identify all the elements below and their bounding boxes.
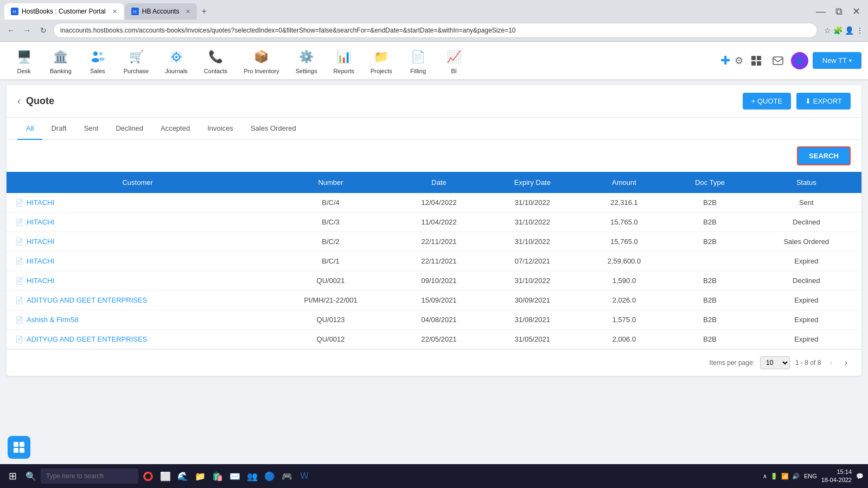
table-row[interactable]: 📄 Ashish & Firm58 QU/0123 04/08/2021 31/… [7, 310, 861, 330]
tab-sent[interactable]: Sent [75, 118, 107, 140]
cell-amount: 2,026.0 [579, 291, 668, 310]
tab-hostbooks-portal[interactable]: H HostBooks : Customer Portal ✕ [4, 3, 124, 20]
svg-rect-13 [751, 61, 756, 66]
banking-icon: 🏛️ [51, 47, 71, 67]
tab-draft[interactable]: Draft [42, 118, 75, 140]
cell-number: QU/0012 [269, 330, 393, 349]
url-bar[interactable] [53, 23, 818, 38]
customer-link[interactable]: 📄 HITACHI [15, 198, 260, 207]
forward-navigation-button[interactable]: → [21, 24, 34, 37]
tab-declined[interactable]: Declined [107, 118, 152, 140]
cell-doc-type: B2B [668, 232, 751, 252]
cell-amount: 2,006.0 [579, 330, 668, 349]
cell-customer[interactable]: 📄 ADITYUG AND GEET ENTERPRISES [7, 291, 269, 310]
cell-amount: 15,765.0 [579, 232, 668, 252]
export-button[interactable]: ⬇ EXPORT [796, 93, 851, 110]
minimize-button[interactable]: — [813, 6, 829, 17]
table-row[interactable]: 📄 HITACHI B/C/4 12/04/2022 31/10/2022 22… [7, 193, 861, 213]
add-button[interactable]: ✚ [720, 54, 730, 68]
table-row[interactable]: 📄 ADITYUG AND GEET ENTERPRISES PI/MH/21-… [7, 291, 861, 310]
nav-sales[interactable]: Sales [80, 43, 115, 79]
settings-action-icon[interactable]: ⚙ [735, 55, 743, 67]
bookmark-button[interactable]: ☆ [824, 26, 831, 35]
tab-label-2: HB Accounts [142, 8, 180, 15]
nav-filling[interactable]: 📄 Filling [401, 43, 436, 79]
tab-accepted[interactable]: Accepted [152, 118, 199, 140]
cell-number: B/C/3 [269, 213, 393, 232]
profile-nav-icon[interactable]: 👤 [791, 52, 808, 69]
table-row[interactable]: 📄 HITACHI B/C/3 11/04/2022 31/10/2022 15… [7, 213, 861, 232]
next-page-button[interactable]: › [841, 357, 851, 369]
cell-expiry-date: 31/10/2022 [485, 213, 579, 232]
doc-icon: 📄 [15, 219, 23, 226]
nav-projects[interactable]: 📁 Projects [363, 43, 400, 79]
close-button[interactable]: ✕ [849, 5, 864, 17]
tab-all[interactable]: All [17, 118, 42, 140]
page-title: Quote [26, 95, 743, 107]
customer-link[interactable]: 📄 ADITYUG AND GEET ENTERPRISES [15, 296, 260, 304]
cell-date: 22/11/2021 [393, 252, 485, 271]
items-per-page-label: Items per page: [710, 359, 755, 367]
customer-link[interactable]: 📄 HITACHI [15, 257, 260, 265]
prev-page-button[interactable]: ‹ [826, 357, 835, 369]
restore-button[interactable]: ⧉ [832, 6, 846, 17]
new-tab-button[interactable]: + [199, 7, 208, 16]
new-dropdown-arrow: ▾ [849, 57, 852, 63]
customer-link[interactable]: 📄 Ashish & Firm58 [15, 316, 260, 324]
tab-hb-accounts[interactable]: H HB Accounts ✕ [125, 3, 197, 20]
cell-customer[interactable]: 📄 HITACHI [7, 213, 269, 232]
tab-close-1[interactable]: ✕ [112, 8, 117, 15]
cell-customer[interactable]: 📄 HITACHI [7, 271, 269, 291]
nav-settings[interactable]: ⚙️ Settings [288, 43, 325, 79]
nav-journals[interactable]: Journals [157, 43, 195, 79]
cell-amount: 22,316.1 [579, 193, 668, 213]
notification-icon[interactable] [769, 52, 787, 69]
customer-link[interactable]: 📄 HITACHI [15, 218, 260, 226]
menu-button[interactable]: ⋮ [856, 26, 864, 35]
cell-customer[interactable]: 📄 HITACHI [7, 232, 269, 252]
search-area: SEARCH [7, 140, 861, 172]
quotes-table: Customer Number Date Expiry Date Amount … [7, 172, 861, 349]
customer-link[interactable]: 📄 ADITYUG AND GEET ENTERPRISES [15, 335, 260, 343]
back-button[interactable]: ‹ [17, 95, 21, 107]
table-row[interactable]: 📄 HITACHI B/C/2 22/11/2021 31/10/2022 15… [7, 232, 861, 252]
extensions-button[interactable]: 🧩 [833, 26, 843, 35]
nav-contacts[interactable]: 📞 Contacts [196, 43, 235, 79]
per-page-select[interactable]: 10 25 50 100 [760, 356, 790, 369]
refresh-button[interactable]: ↻ [37, 24, 50, 37]
settings-icon: ⚙️ [297, 47, 316, 67]
cell-customer[interactable]: 📄 HITACHI [7, 193, 269, 213]
nav-contacts-label: Contacts [204, 68, 227, 74]
tab-sales-ordered[interactable]: Sales Ordered [242, 118, 305, 140]
customer-link[interactable]: 📄 HITACHI [15, 237, 260, 246]
nav-bi-label: BI [451, 68, 457, 74]
profile-button[interactable]: 👤 [845, 26, 854, 35]
cell-status: Declined [751, 271, 861, 291]
table-row[interactable]: 📄 HITACHI QU/0021 09/10/2021 31/10/2022 … [7, 271, 861, 291]
customer-link[interactable]: 📄 HITACHI [15, 277, 260, 285]
grid-icon[interactable] [748, 52, 765, 69]
table-row[interactable]: 📄 HITACHI B/C/1 22/11/2021 07/12/2021 2,… [7, 252, 861, 271]
nav-pro-inventory[interactable]: 📦 Pro Inventory [236, 43, 286, 79]
table-row[interactable]: 📄 ADITYUG AND GEET ENTERPRISES QU/0012 2… [7, 330, 861, 349]
new-dropdown-button[interactable]: New TT ▾ [813, 52, 861, 69]
desk-icon: 🖥️ [14, 47, 34, 67]
nav-reports[interactable]: 📊 Reports [326, 43, 362, 79]
cell-date: 22/05/2021 [393, 330, 485, 349]
cell-customer[interactable]: 📄 ADITYUG AND GEET ENTERPRISES [7, 330, 269, 349]
nav-desk[interactable]: 🖥️ Desk [7, 43, 41, 79]
nav-purchase[interactable]: 🛒 Purchase [116, 43, 156, 79]
cell-customer[interactable]: 📄 Ashish & Firm58 [7, 310, 269, 330]
cell-customer[interactable]: 📄 HITACHI [7, 252, 269, 271]
nav-banking[interactable]: 🏛️ Banking [42, 43, 79, 79]
cell-number: PI/MH/21-22/001 [269, 291, 393, 310]
tab-close-2[interactable]: ✕ [186, 8, 190, 15]
tab-invoices[interactable]: Invoices [199, 118, 242, 140]
back-navigation-button[interactable]: ← [4, 24, 17, 37]
tabs-bar: All Draft Sent Declined Accepted Invoice… [7, 118, 861, 140]
cell-date: 15/09/2021 [393, 291, 485, 310]
quote-button[interactable]: + QUOTE [743, 93, 791, 110]
search-button[interactable]: SEARCH [797, 146, 851, 165]
nav-bi[interactable]: 📈 BI [437, 43, 471, 79]
cell-status: Declined [751, 213, 861, 232]
